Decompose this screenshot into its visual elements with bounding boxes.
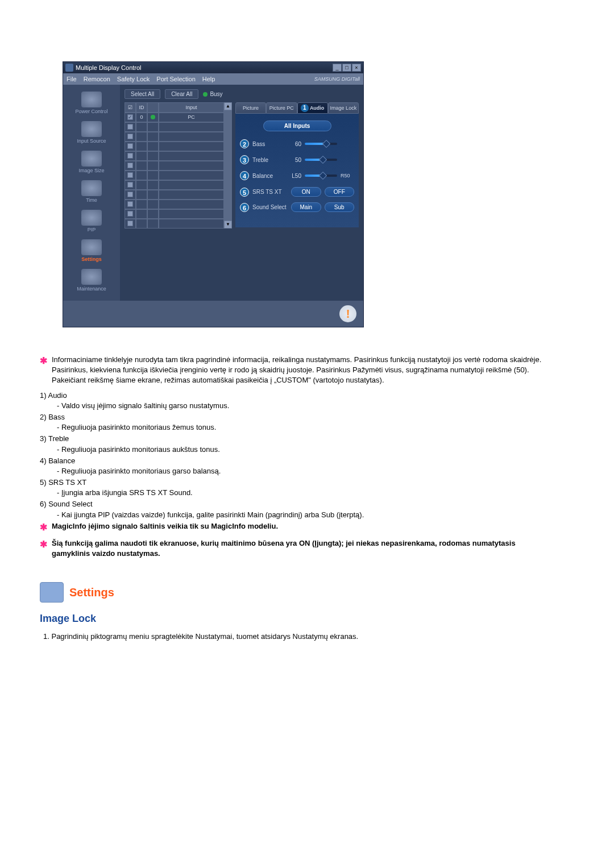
maximize-button[interactable]: □: [342, 64, 351, 72]
srs-off-button[interactable]: OFF: [325, 187, 355, 197]
tab-audio[interactable]: 1Audio: [297, 102, 328, 114]
treble-value: 50: [285, 157, 301, 163]
menu-remocon[interactable]: Remocon: [84, 76, 110, 82]
item-title: Sound Select: [48, 500, 92, 508]
srs-row: 5 SRS TS XT ON OFF: [240, 187, 354, 197]
all-inputs-button[interactable]: All Inputs: [263, 121, 331, 131]
balance-value-left: L50: [285, 173, 301, 179]
table-row[interactable]: [125, 209, 224, 219]
table-row[interactable]: [125, 190, 224, 200]
bass-row: 2 Bass 60: [240, 139, 354, 148]
sidebar-item-pip[interactable]: PIP: [63, 207, 120, 237]
status-bar: !: [63, 301, 363, 327]
balance-row: 4 Balance L50 R50: [240, 171, 354, 180]
menu-safety-lock[interactable]: Safety Lock: [117, 76, 150, 82]
input-source-icon: [81, 121, 102, 137]
maintenance-icon: [81, 269, 102, 285]
scroll-up-icon[interactable]: ▲: [224, 102, 232, 110]
close-button[interactable]: ×: [352, 64, 361, 72]
sidebar-item-label: Settings: [81, 256, 102, 262]
sidebar-item-label: PIP: [88, 227, 96, 232]
item-num: 5): [40, 478, 47, 487]
tab-image-lock[interactable]: Image Lock: [328, 102, 359, 114]
row-checkbox[interactable]: [125, 113, 136, 122]
intro-text: Informaciniame tinklelyje nurodyta tam t…: [52, 355, 546, 386]
sidebar-item-label: Input Source: [77, 138, 106, 144]
step-num: 1.: [43, 632, 49, 641]
title-bar: Multiple Display Control _ □ ×: [63, 62, 363, 73]
table-row[interactable]: [125, 200, 224, 209]
row-checkbox[interactable]: [125, 180, 136, 190]
balance-label: Balance: [252, 173, 282, 179]
table-row[interactable]: [125, 180, 224, 190]
menu-bar: File Remocon Safety Lock Port Selection …: [63, 73, 363, 85]
clear-all-button[interactable]: Clear All: [165, 89, 198, 99]
audio-panel: All Inputs 2 Bass 60 3 Treble 50: [235, 114, 359, 227]
row-checkbox[interactable]: [125, 171, 136, 180]
row-checkbox[interactable]: [125, 151, 136, 161]
row-checkbox[interactable]: [125, 132, 136, 142]
menu-file[interactable]: File: [67, 76, 77, 82]
sidebar-item-label: Maintenance: [77, 286, 106, 292]
power-on-note: ✱ Šią funkciją galima naudoti tik ekranu…: [40, 538, 546, 559]
minimize-button[interactable]: _: [333, 64, 342, 72]
item-desc: Reguliuoja pasirinkto monitoriaus garso …: [40, 466, 546, 476]
table-row[interactable]: [125, 132, 224, 142]
item-num: 4): [40, 456, 47, 465]
table-row[interactable]: [125, 219, 224, 229]
sidebar-item-label: Time: [86, 197, 97, 203]
sound-select-main-button[interactable]: Main: [291, 202, 321, 212]
row-checkbox[interactable]: [125, 209, 136, 219]
tab-picture-pc[interactable]: Picture PC: [266, 102, 297, 114]
star-icon: ✱: [40, 355, 47, 386]
callout-number: 2: [240, 139, 249, 148]
note-text: Šią funkciją galima naudoti tik ekranuos…: [52, 538, 546, 559]
table-row[interactable]: [125, 161, 224, 171]
sidebar-item-power-control[interactable]: Power Control: [63, 89, 120, 119]
callout-number: 5: [240, 188, 249, 197]
note-text: MagicInfo įėjimo signalo šaltinis veikia…: [52, 521, 278, 534]
row-checkbox[interactable]: [125, 142, 136, 151]
row-checkbox[interactable]: [125, 219, 136, 229]
balance-slider[interactable]: [305, 175, 337, 177]
select-all-button[interactable]: Select All: [125, 89, 160, 99]
power-control-icon: [81, 92, 102, 107]
item-title: Bass: [48, 413, 65, 421]
bass-slider[interactable]: [305, 143, 337, 145]
sidebar-item-settings[interactable]: Settings: [63, 237, 120, 267]
sidebar-item-image-size[interactable]: Image Size: [63, 148, 120, 178]
srs-on-button[interactable]: ON: [291, 187, 321, 197]
item-desc: Įjungia arba išjungia SRS TS XT Sound.: [40, 488, 546, 498]
sidebar-item-time[interactable]: Time: [63, 178, 120, 207]
sound-select-sub-button[interactable]: Sub: [325, 202, 355, 212]
srs-label: SRS TS XT: [252, 189, 288, 195]
row-checkbox[interactable]: [125, 122, 136, 132]
table-row[interactable]: [125, 151, 224, 161]
info-icon: !: [339, 305, 356, 322]
tabs: Picture Picture PC 1Audio Image Lock: [235, 102, 359, 114]
busy-label: Busy: [210, 91, 222, 97]
item-desc: Valdo visų įėjimo signalo šaltinių garso…: [40, 401, 546, 411]
menu-port-selection[interactable]: Port Selection: [156, 76, 195, 82]
time-icon: [81, 180, 102, 196]
row-checkbox[interactable]: [125, 190, 136, 200]
brand-label: SAMSUNG DIGITall: [314, 76, 360, 82]
app-icon: [65, 64, 73, 72]
table-row[interactable]: [125, 122, 224, 132]
subsection-title: Image Lock: [40, 612, 546, 626]
scroll-down-icon[interactable]: ▼: [224, 221, 232, 229]
tab-picture[interactable]: Picture: [235, 102, 266, 114]
table-row[interactable]: [125, 171, 224, 180]
table-row[interactable]: [125, 142, 224, 151]
menu-help[interactable]: Help: [202, 76, 215, 82]
scrollbar[interactable]: ▲ ▼: [224, 102, 232, 229]
sidebar-item-maintenance[interactable]: Maintenance: [63, 267, 120, 296]
row-checkbox[interactable]: [125, 161, 136, 171]
row-checkbox[interactable]: [125, 200, 136, 209]
table-row[interactable]: 0 PC: [125, 113, 224, 122]
item-desc: Reguliuoja pasirinkto monitoriaus aukštu…: [40, 445, 546, 455]
sidebar-item-input-source[interactable]: Input Source: [63, 119, 120, 148]
treble-slider[interactable]: [305, 159, 337, 161]
magicinfo-note: ✱ MagicInfo įėjimo signalo šaltinis veik…: [40, 521, 546, 534]
item-title: Balance: [48, 456, 75, 465]
